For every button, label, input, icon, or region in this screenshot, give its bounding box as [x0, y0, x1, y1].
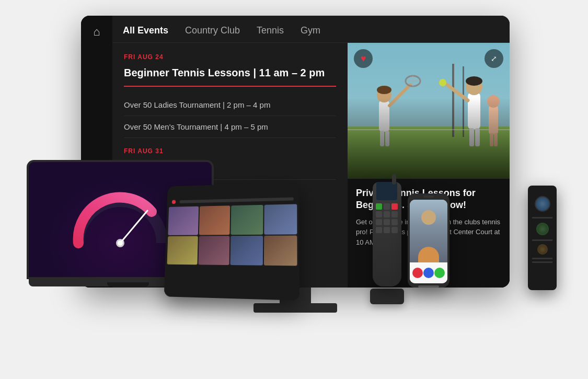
phone-decline-button[interactable]	[412, 268, 423, 278]
cordless-keypad	[373, 203, 401, 233]
home-icon[interactable]: ⌂	[93, 25, 100, 39]
nav-item-all-events[interactable]: All Events	[123, 25, 168, 36]
phone-person-head	[421, 210, 436, 225]
tablet-thumb-1[interactable]	[168, 206, 198, 235]
cordless-base	[370, 289, 404, 304]
event-item-1[interactable]: Over 50 Ladies Tournament | 2 pm – 4 pm	[124, 94, 336, 116]
tv-card-image: ♥ ⤢	[348, 43, 510, 179]
tablet-wrapper	[164, 182, 305, 312]
nav-item-tennis[interactable]: Tennis	[257, 25, 284, 36]
phone-call-controls	[410, 262, 447, 283]
doorbell-body	[528, 186, 557, 290]
cordless-phone-body	[373, 182, 401, 286]
phone-answer-button[interactable]	[434, 268, 445, 278]
cordless-key-2[interactable]	[376, 211, 382, 217]
doorbell-stripe-4	[532, 261, 552, 263]
cordless-key-call[interactable]	[376, 203, 382, 210]
doorbell-camera-lens	[535, 196, 550, 212]
doorbell-button-2[interactable]	[537, 244, 548, 255]
svg-point-28	[118, 240, 123, 246]
event-date-2: FRI AUG 31	[124, 147, 336, 155]
svg-line-27	[120, 211, 147, 243]
cordless-key-1[interactable]	[384, 203, 390, 210]
tablet-thumb-7[interactable]	[230, 235, 262, 266]
tablet-thumb-3[interactable]	[230, 205, 263, 235]
phone-person-body	[418, 247, 439, 262]
doorbell-stripe-2	[532, 239, 552, 241]
nav-item-country-club[interactable]: Country Club	[185, 25, 240, 36]
phone-screen	[410, 200, 447, 283]
tablet-indicator	[172, 200, 176, 204]
scene: ⌂ All Events Country Club Tennis Gym	[0, 0, 588, 379]
phone-home-bar[interactable]	[418, 285, 439, 288]
antenna	[392, 174, 396, 185]
phone-body	[408, 193, 449, 288]
phone-person-image	[410, 200, 447, 262]
cordless-key-0[interactable]	[391, 227, 398, 233]
nav-item-gym[interactable]: Gym	[301, 25, 320, 36]
cordless-key-end[interactable]	[391, 203, 398, 210]
event-date-1: FRI AUG 24	[124, 53, 336, 61]
phone-info-button[interactable]	[423, 268, 434, 278]
doorbell-stripe-3	[532, 258, 552, 259]
tablet-thumb-6[interactable]	[198, 236, 230, 266]
cordless-screen	[376, 182, 397, 200]
tablet-title-bar	[179, 197, 294, 203]
doorbell-stripe-1	[532, 217, 552, 219]
event-item-2[interactable]: Over 50 Men's Tournament | 4 pm – 5 pm	[124, 116, 336, 138]
phone-wrapper	[408, 193, 455, 308]
speedometer-gauge	[68, 186, 172, 254]
cordless-key-9[interactable]	[384, 227, 390, 233]
tablet-frame	[164, 182, 299, 301]
featured-event[interactable]: Beginner Tennis Lessons | 11 am – 2 pm	[124, 66, 336, 87]
tablet-thumb-4[interactable]	[264, 204, 297, 234]
favorite-button[interactable]: ♥	[354, 49, 373, 68]
cordless-key-7[interactable]	[391, 219, 398, 225]
tablet-thumb-5[interactable]	[167, 236, 198, 265]
doorbell-wrapper	[528, 186, 562, 311]
tablet-thumb-2[interactable]	[199, 205, 230, 235]
cordless-key-6[interactable]	[384, 219, 390, 225]
cordless-key-5[interactable]	[376, 219, 382, 225]
tv-nav: All Events Country Club Tennis Gym	[112, 16, 510, 43]
cordless-key-8[interactable]	[376, 227, 382, 233]
doorbell-button-1[interactable]	[536, 223, 549, 235]
phone-notch	[423, 196, 434, 198]
cordless-phone-wrapper	[366, 178, 408, 314]
expand-button[interactable]: ⤢	[485, 49, 503, 68]
tablet-grid	[164, 182, 299, 301]
tablet-thumb-8[interactable]	[263, 235, 297, 266]
cordless-key-3[interactable]	[384, 211, 390, 217]
cordless-key-4[interactable]	[391, 211, 398, 217]
